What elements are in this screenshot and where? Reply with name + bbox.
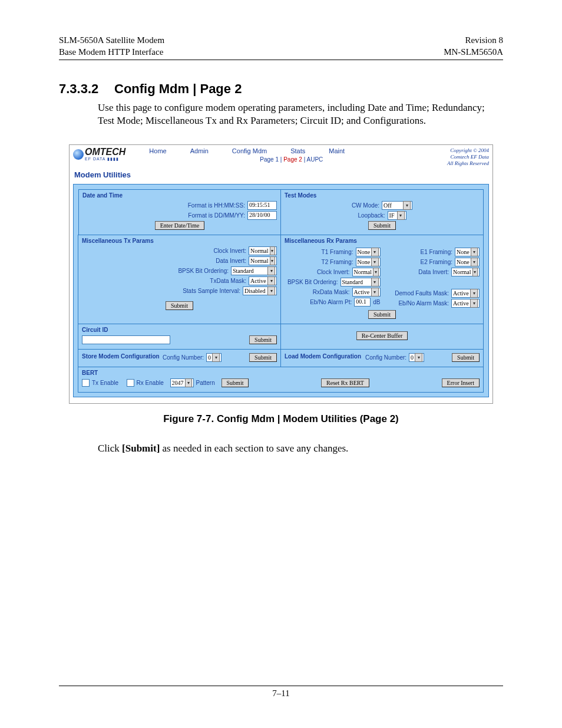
rx-clock-invert-select[interactable]: Normal▾ [352,268,381,276]
load-config-submit-button[interactable]: Submit [452,353,480,362]
section-title: Config Mdm | Page 2 [114,81,242,97]
date-input[interactable]: 28/10/00 [247,211,277,220]
after-text: Click [Submit] as needed in each section… [98,443,503,454]
test-modes-submit-button[interactable]: Submit [368,221,396,230]
load-config-number-select[interactable]: 0▾ [409,353,424,362]
bert-submit-button[interactable]: Submit [222,378,249,387]
subnav-page2[interactable]: Page 2 [283,156,302,163]
store-config-number-select[interactable]: 0▾ [206,353,222,362]
tx-enable-checkbox[interactable] [82,379,90,387]
section-intro: Use this page to configure modem operati… [98,101,503,129]
enter-date-time-button[interactable]: Enter Date/Time [155,221,205,230]
ebno-alarm-mask-select[interactable]: Active▾ [451,299,480,308]
subnav-aupc[interactable]: AUPC [307,156,323,163]
t1-framing-select[interactable]: None▾ [356,248,381,256]
doc-title-1: SLM-5650A Satellite Modem [59,34,164,46]
e2-framing-select[interactable]: None▾ [455,258,480,266]
store-config-submit-button[interactable]: Submit [249,353,277,362]
footer-rule [59,686,503,686]
tx-submit-button[interactable]: Submit [166,301,193,310]
globe-icon [73,149,84,160]
rxdata-mask-select[interactable]: Active▾ [352,288,381,297]
subnav-page1[interactable]: Page 1 [260,156,279,163]
screenshot-frame: OMTECH EF DATA ▮▮▮▮ Home Admin Config Md… [69,144,493,403]
header-rule [59,60,503,60]
error-insert-button[interactable]: Error Insert [442,378,480,387]
nav-maint[interactable]: Maint [329,147,345,154]
store-config-title: Store Modem Configuration [82,353,135,360]
demod-faults-mask-select[interactable]: Active▾ [451,289,480,298]
nav-admin[interactable]: Admin [190,147,209,154]
chevron-down-icon: ▾ [403,201,411,210]
stats-interval-select[interactable]: Disabled▾ [243,286,277,295]
nav-stats[interactable]: Stats [290,147,305,154]
section-number: 7.3.3.2 [59,81,101,97]
rx-enable-checkbox[interactable] [127,379,134,387]
doc-code: MN-SLM5650A [444,46,503,58]
logo: OMTECH EF DATA ▮▮▮▮ [73,147,125,162]
test-modes-title: Test Modes [285,192,480,199]
date-time-title: Date and Time [82,192,277,199]
tx-clock-invert-select[interactable]: Normal▾ [249,246,277,255]
rx-submit-button[interactable]: Submit [368,310,396,319]
nav-config-mdm[interactable]: Config Mdm [232,147,267,154]
txdata-mask-select[interactable]: Active▾ [249,276,277,285]
e1-framing-select[interactable]: None▾ [455,248,480,256]
copyright: Copyright © 2004 Comtech EF Data All Rig… [447,147,489,166]
circuit-id-title: Circuit ID [82,327,277,333]
loopback-select[interactable]: IF▾ [388,211,406,220]
rx-data-invert-select[interactable]: Normal▾ [451,268,480,276]
load-config-title: Load Modem Configuration [285,353,338,360]
time-input[interactable]: 09:15:51 [247,201,277,210]
tx-bpsk-ordering-select[interactable]: Standard▾ [231,266,277,275]
rx-bpsk-ordering-select[interactable]: Standard▾ [340,278,381,286]
chevron-down-icon: ▾ [397,211,405,220]
tx-data-invert-select[interactable]: Normal▾ [249,256,277,265]
nav-home[interactable]: Home [149,147,166,154]
bert-pattern-select[interactable]: 2047▾ [170,378,194,387]
ebno-alarm-input[interactable]: 00.1 [354,298,371,307]
reset-rx-bert-button[interactable]: Reset Rx BERT [321,378,369,387]
bert-title: BERT [82,370,480,376]
cw-mode-select[interactable]: Off▾ [382,201,412,210]
circuit-id-submit-button[interactable]: Submit [249,335,277,344]
misc-tx-title: Miscellaneous Tx Params [82,238,277,244]
circuit-id-input[interactable] [82,335,170,344]
misc-rx-title: Miscellaneous Rx Params [285,238,480,244]
doc-title-2: Base Modem HTTP Interface [59,46,164,58]
recenter-buffer-button[interactable]: Re-Center Buffer [356,331,408,340]
figure-caption: Figure 7-7. Config Mdm | Modem Utilities… [69,413,493,425]
t2-framing-select[interactable]: None▾ [356,258,381,266]
modem-utilities-title: Modem Utilities [74,170,489,179]
doc-rev: Revision 8 [444,34,503,46]
page-number: 7–11 [272,689,289,698]
